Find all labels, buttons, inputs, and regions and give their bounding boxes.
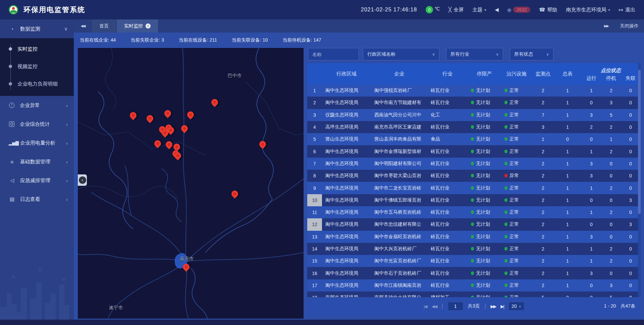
table-row[interactable]: 15 阆中生态环境局 阆中市光富页岩机砖厂 砖瓦行业 无计划 正常 2 1 1 …: [307, 255, 641, 267]
table-header: 行政区域 企业 行业 停限产 治污设施 监测点 总表 点位状态 运行 停机: [307, 63, 641, 85]
column-index: [307, 63, 322, 85]
table-scrollbar[interactable]: [638, 63, 641, 297]
tabs-scroll-left-button[interactable]: ◀◀: [74, 19, 92, 33]
table-row[interactable]: 13 阆中生态环境局 阆中市金福旺页岩机砖 砖瓦行业 无计划 正常 2 1 3 …: [307, 231, 641, 243]
sidebar-item-enterprise-abnormal[interactable]: ! 企业异常 ‹: [0, 96, 74, 115]
close-icon[interactable]: ×: [146, 23, 151, 29]
column-facility[interactable]: 治污设施: [501, 63, 532, 85]
status-dot: [504, 113, 507, 117]
sidebar-item-video-monitoring[interactable]: 视频监控: [0, 58, 74, 75]
megaphone-icon: ◁: [9, 177, 15, 183]
sidebar-item-data-monitoring[interactable]: ◔ 数据监测 ∨: [0, 19, 74, 38]
help-button[interactable]: ☎ 帮助: [539, 7, 557, 13]
page-number-input[interactable]: [448, 302, 463, 311]
status-dot: [504, 222, 507, 226]
chevron-down-icon: ∨: [546, 52, 549, 57]
logout-button[interactable]: ↦ 退出: [619, 7, 635, 13]
bar-chart-icon: ▂▅▇: [9, 141, 15, 146]
stat-item: 当前失联企业: 3: [130, 37, 164, 43]
scrollbar-thumb[interactable]: [638, 70, 641, 214]
app-logo: [9, 5, 18, 14]
right-panel: 行政区域名称 ∨ 所有行业 ∨ 所有状态 ∨: [307, 48, 641, 319]
industry-filter-select[interactable]: 所有行业 ∨: [446, 48, 503, 60]
status-dot-green: [471, 101, 474, 104]
column-group-point-status: 点位状态: [581, 63, 641, 74]
notifications-button[interactable]: 2632: [507, 7, 530, 13]
column-industry[interactable]: 行业: [427, 63, 468, 85]
table-row[interactable]: 2 阆中生态环境局 阆中市南方节能建材有 砖瓦行业 无计划 正常 2 1 0 3: [307, 97, 641, 109]
table-row[interactable]: 17 阆中生态环境局 阆中市江南镇阆南页岩 砖瓦行业 无计划 正常 2 1 0 …: [307, 279, 641, 291]
divider: |: [484, 303, 486, 309]
map-panel[interactable]: 巴中市 南充市 遂宁市 ‹: [78, 48, 304, 319]
table-row[interactable]: 6 阆中生态环境局 阆中市金博瑞新型墙材 砖瓦行业 无计划 正常 2 1 1 2: [307, 145, 641, 157]
theme-dropdown[interactable]: 主题 ▾: [472, 7, 486, 13]
chevron-down-icon: ∨: [64, 26, 68, 32]
close-operations-button[interactable]: 关闭操作: [620, 23, 639, 29]
filter-bar: 行政区域名称 ∨ 所有行业 ∨ 所有状态 ∨: [307, 48, 641, 60]
table-row[interactable]: 16 阆中生态环境局 阆中市石子页岩机砖厂 砖瓦行业 无计划 正常 2 1 3 …: [307, 267, 641, 279]
region-filter-select[interactable]: 行政区域名称 ∨: [363, 48, 439, 60]
table-row[interactable]: 4 高坪生态环境局 南充市高坪区王家店建 砖瓦行业 无计划 正常 3 1 2 2: [307, 121, 641, 133]
table-row[interactable]: 14 阆中生态环境局 阆中大兴页岩机砖厂 砖瓦行业 无计划 正常 2 1 1 2: [307, 243, 641, 255]
status-dot-green: [471, 259, 474, 263]
status-dot-green: [471, 137, 474, 141]
status-dot: [504, 101, 507, 104]
tabs-scroll-right-button[interactable]: ▶▶: [604, 24, 608, 28]
prev-page-button[interactable]: ◀◀: [431, 304, 437, 309]
sidebar-item-log-view[interactable]: ▤ 日志查看 ‹: [0, 190, 74, 209]
status-filter-select[interactable]: 所有状态 ∨: [510, 48, 553, 60]
status-dot-green: [471, 283, 474, 287]
chevron-left-icon: ‹: [66, 159, 68, 165]
sound-button[interactable]: ◀: [495, 7, 499, 13]
table-row[interactable]: 1 阆中生态环境局 阆中强锐页岩砖厂 砖瓦行业 无计划 正常 2 1 1 2 0: [307, 85, 641, 97]
notification-count-badge: 2632: [513, 7, 530, 13]
sidebar-item-power-usage-analysis[interactable]: ▂▅▇ 企业用电量分析 ‹: [0, 133, 74, 152]
column-lost[interactable]: 失联: [621, 74, 641, 85]
column-plan[interactable]: 停限产: [468, 63, 501, 85]
table-row[interactable]: 11 阆中生态环境局 阆中市五马桥页岩机砖 砖瓦行业 无计划 正常 2 1 1 …: [307, 206, 641, 218]
table-row[interactable]: 12 阆中生态环境局 阆中市忠信建材有限公 砖瓦行业 无计划 正常 2 1 0 …: [307, 218, 641, 230]
sidebar-collapse-button[interactable]: ‹: [78, 174, 87, 186]
app-header: 环保用电监管系统 2021-02-25 17:46:18 0 ℃ ╳ 全屏 主题…: [0, 0, 644, 19]
org-dropdown[interactable]: 南充市生态环境局 ▾: [566, 7, 610, 13]
status-dot-green: [471, 89, 474, 92]
last-page-button[interactable]: ▶|: [501, 304, 504, 309]
column-points[interactable]: 监测点: [532, 63, 554, 85]
chevron-down-icon: ▾: [608, 8, 610, 12]
enterprise-table: 行政区域 企业 行业 停限产 治污设施 监测点 总表 点位状态 运行 停机: [307, 63, 641, 297]
sidebar-item-base-data-management[interactable]: ≡ 基础数据管理 ‹: [0, 152, 74, 171]
status-dot-green: [471, 186, 474, 190]
column-company[interactable]: 企业: [371, 63, 427, 85]
name-filter-input[interactable]: [312, 52, 355, 57]
table-row[interactable]: 3 仪陇生态环境局 西南油气田分公司川中 化工 无计划 正常 7 1 3 5 0: [307, 109, 641, 121]
table-row[interactable]: 8 阆中生态环境局 阆中市枣碧大梁山页岩 砖瓦行业 无计划 异常 2 1 3 0: [307, 170, 641, 182]
sidebar-item-realtime-monitoring[interactable]: 实时监控: [0, 40, 74, 58]
page-size-select[interactable]: 20 ∨: [508, 302, 524, 311]
column-run[interactable]: 运行: [581, 74, 602, 85]
table-row[interactable]: 18 南部生态环境局 南部县砂化土砖有限公 建材加工 无计划 正常 5 0 0 …: [307, 291, 641, 297]
sidebar-item-emergency-reduction[interactable]: ◁ 应急减排管理 ‹: [0, 171, 74, 190]
fullscreen-button[interactable]: ╳ 全屏: [448, 7, 464, 13]
phone-icon: ☎: [539, 7, 545, 13]
column-stop[interactable]: 停机: [602, 74, 621, 85]
name-filter-field[interactable]: [308, 48, 359, 60]
log-document-icon: ▤: [9, 196, 15, 202]
status-dot: [504, 247, 507, 251]
table-body: 1 阆中生态环境局 阆中强锐页岩砖厂 砖瓦行业 无计划 正常 2 1 1 2 0: [307, 85, 641, 297]
column-region[interactable]: 行政区域: [322, 63, 371, 85]
first-page-button[interactable]: |◀: [424, 304, 427, 309]
table-row[interactable]: 7 阆中生态环境局 阆中明阳建材有限公司 砖瓦行业 无计划 正常 2 1 3 0: [307, 158, 641, 170]
status-dot: [504, 235, 507, 238]
status-dot-green: [471, 162, 474, 165]
tab-home[interactable]: 首页: [92, 19, 116, 33]
sidebar-item-enterprise-statistics[interactable]: Q 企业综合统计 ‹: [0, 115, 74, 133]
table-row[interactable]: 5 营山生态环境局 营山县润丰肉食品有限 食品 无计划 正常 1 0 0 1 0: [307, 133, 641, 145]
table-row[interactable]: 9 阆中生态环境局 阆中市二龙长宝页岩砖 砖瓦行业 无计划 正常 2 1 1 2: [307, 182, 641, 194]
chevron-left-icon: ‹: [66, 103, 68, 108]
column-total[interactable]: 总表: [554, 63, 581, 85]
table-row[interactable]: 10 阆中生态环境局 阆中千佛镇五郎垭页岩 砖瓦行业 无计划 正常 2 1 0 …: [307, 194, 641, 206]
tab-realtime-monitoring[interactable]: 实时监控 ×: [117, 19, 158, 33]
sidebar-item-power-load-detail[interactable]: 企业电力负荷明细: [0, 75, 74, 93]
status-dot-green: [471, 247, 474, 251]
next-page-button[interactable]: ▶▶: [491, 304, 496, 309]
